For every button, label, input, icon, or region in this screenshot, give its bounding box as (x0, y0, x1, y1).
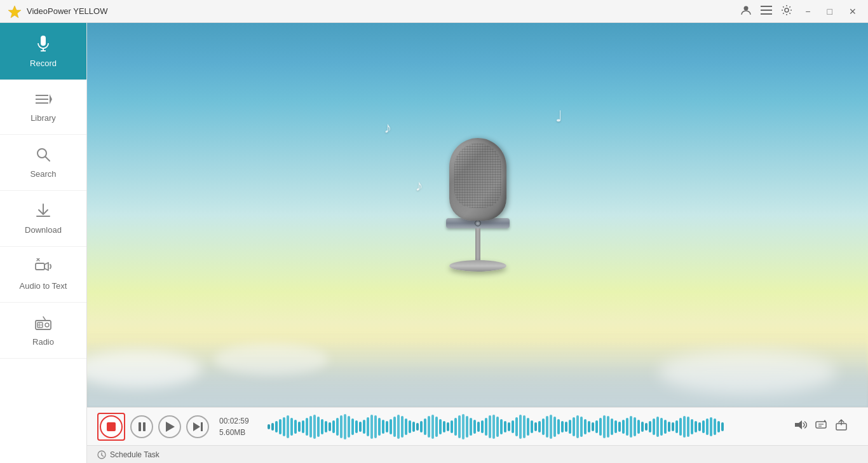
pause-icon (139, 422, 146, 431)
app-logo (8, 4, 22, 18)
title-bar-left: VideoPower YELLOW (8, 4, 107, 18)
volume-icon[interactable] (794, 419, 807, 434)
sidebar-label-radio: Radio (32, 337, 54, 347)
time-info: 00:02:59 5.60MB (219, 415, 257, 438)
microphone-graphic (433, 138, 522, 278)
svg-marker-0 (8, 6, 21, 18)
svg-rect-3 (761, 10, 772, 11)
mic-band-dot (475, 220, 481, 226)
skip-bar (201, 422, 203, 431)
player-bar: 00:02:59 5.60MB (87, 407, 868, 463)
sidebar-label-download: Download (25, 225, 62, 235)
background-area: ♪ ♪ ♫ ♩ (87, 23, 868, 407)
sidebar-label-search: Search (30, 169, 56, 179)
svg-point-1 (744, 6, 749, 10)
maximize-button[interactable]: □ (824, 4, 836, 19)
record-button-wrapper (97, 413, 125, 441)
main-layout: Record Library Search (0, 23, 868, 463)
search-icon (35, 146, 51, 165)
close-button[interactable]: ✕ (845, 4, 860, 19)
input-icon[interactable] (815, 419, 827, 434)
sidebar-label-audio-to-text: Audio to Text (20, 281, 67, 291)
minimize-button[interactable]: − (801, 4, 814, 19)
sidebar-item-library[interactable]: Library (0, 80, 86, 135)
pause-button[interactable] (130, 415, 153, 438)
sidebar-item-download[interactable]: Download (0, 191, 86, 247)
content-area: ♪ ♪ ♫ ♩ (87, 23, 868, 463)
mic-head (449, 138, 506, 221)
svg-rect-4 (761, 13, 772, 15)
app-title-text: VideoPower YELLOW (27, 6, 107, 16)
svg-rect-2 (761, 6, 772, 7)
settings-icon[interactable] (781, 4, 792, 18)
export-icon[interactable] (835, 418, 848, 434)
play-button[interactable] (158, 415, 181, 438)
music-note-2: ♪ (415, 177, 423, 195)
elapsed-time: 00:02:59 (219, 415, 257, 427)
pause-bar-2 (143, 422, 146, 431)
waveform (262, 413, 789, 441)
download-icon (35, 202, 51, 221)
audio-to-text-icon (34, 258, 52, 277)
clock-icon (97, 450, 106, 459)
svg-marker-17 (44, 263, 48, 270)
svg-rect-16 (36, 263, 44, 270)
music-note-4: ♩ (555, 107, 562, 125)
svg-line-14 (46, 157, 50, 162)
list-icon[interactable] (761, 6, 772, 17)
library-icon (34, 92, 52, 109)
schedule-label[interactable]: Schedule Task (110, 450, 159, 459)
cloud-right (658, 350, 836, 394)
svg-point-5 (785, 8, 789, 12)
player-controls: 00:02:59 5.60MB (87, 408, 868, 445)
svg-marker-12 (50, 94, 52, 104)
mic-base (449, 260, 506, 272)
microphone-icon (34, 34, 52, 55)
sidebar: Record Library Search (0, 23, 87, 463)
play-icon (166, 422, 175, 432)
music-note-1: ♪ (384, 119, 391, 137)
svg-rect-25 (816, 422, 826, 428)
account-icon[interactable] (740, 4, 752, 18)
schedule-bar: Schedule Task (87, 445, 868, 463)
player-right-controls (794, 418, 858, 434)
sidebar-label-library: Library (31, 113, 56, 123)
skip-button[interactable] (186, 415, 209, 438)
svg-marker-24 (795, 420, 802, 429)
sidebar-item-record[interactable]: Record (0, 23, 86, 80)
file-size: 5.60MB (219, 427, 257, 438)
sidebar-item-search[interactable]: Search (0, 135, 86, 191)
svg-rect-6 (41, 36, 46, 46)
svg-line-31 (102, 455, 104, 456)
title-bar: VideoPower YELLOW − □ ✕ (0, 0, 868, 23)
sidebar-item-audio-to-text[interactable]: Audio to Text (0, 247, 86, 303)
pause-bar-1 (139, 422, 141, 431)
radio-icon (34, 314, 52, 333)
stop-dot (107, 422, 116, 431)
svg-point-20 (45, 323, 49, 327)
sidebar-item-radio[interactable]: Radio (0, 303, 86, 359)
skip-icon (193, 422, 203, 431)
mic-stem (475, 228, 480, 260)
record-stop-button[interactable] (100, 415, 123, 438)
title-bar-right: − □ ✕ (740, 4, 860, 19)
skip-triangle (193, 422, 200, 431)
sidebar-label-record: Record (30, 59, 57, 68)
cloud-center (214, 343, 329, 375)
